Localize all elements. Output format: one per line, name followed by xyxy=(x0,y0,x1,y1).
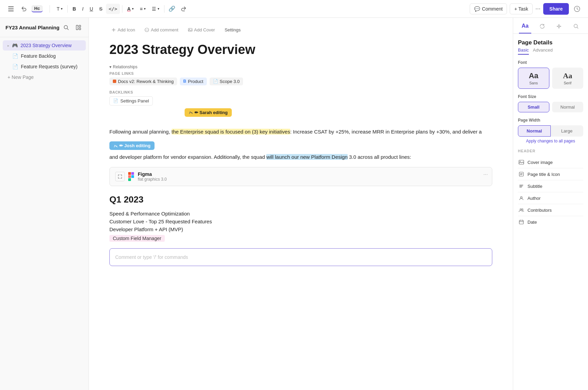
font-color-btn[interactable]: A ▾ xyxy=(124,4,136,14)
page-link-docs[interactable]: Docs v2: Rework & Thinking xyxy=(109,78,177,85)
panel-content: Page Details Basic Advanced Font Aa Sans… xyxy=(513,34,588,233)
header-option-date[interactable]: Date xyxy=(518,216,583,228)
text-style-btn[interactable]: T ▾ xyxy=(54,4,66,14)
svg-point-11 xyxy=(574,24,577,28)
backlog-icon: 📄 xyxy=(12,53,18,59)
comment-box[interactable]: Comment or type '/' for commands xyxy=(109,248,492,266)
svg-point-4 xyxy=(64,25,67,29)
figma-embed[interactable]: Figma flat graphics 3.0 ··· xyxy=(109,167,492,186)
sidebar-header: FY23 Annual Planning xyxy=(0,18,89,37)
task-btn[interactable]: + Task xyxy=(510,3,533,14)
add-icon-btn[interactable]: Add Icon xyxy=(109,26,137,34)
backlink-settings[interactable]: 📄 Settings Panel xyxy=(109,96,153,106)
panel-tab-text-icon[interactable]: Aa xyxy=(519,21,531,33)
history-btn[interactable] xyxy=(572,3,583,14)
sidebar-search-btn[interactable] xyxy=(61,23,71,32)
relationships-section: ▾ Relationships PAGE LINKS Docs v2: Rewo… xyxy=(109,65,492,106)
italic-btn[interactable]: I xyxy=(79,4,86,14)
header-option-author[interactable]: Author xyxy=(518,192,583,204)
page-link-scope[interactable]: 📄 Scope 3.0 xyxy=(210,78,243,85)
body-text-2: : Increase CSAT by +25%, increase MRR in… xyxy=(290,129,482,135)
menu-icon-btn[interactable] xyxy=(5,3,16,14)
figma-name: Figma xyxy=(138,171,486,177)
cover-image-icon xyxy=(518,159,525,166)
page-link-product-label: Product xyxy=(188,79,203,84)
figma-subtitle: flat graphics 3.0 xyxy=(138,177,486,182)
right-panel: Aa Page Details Basic Advanced Font xyxy=(513,18,588,390)
panel-tab-icons: Aa xyxy=(513,18,588,34)
add-cover-btn[interactable]: Add Cover xyxy=(186,26,217,34)
author-label: Author xyxy=(527,196,540,201)
size-option-small[interactable]: Small xyxy=(518,102,549,112)
expand-arrow-icon: ▸ xyxy=(8,44,9,47)
underline-btn[interactable]: U xyxy=(87,4,96,14)
q1-heading: Q1 2023 xyxy=(109,194,492,205)
header-option-cover[interactable]: Cover image xyxy=(518,156,583,168)
body-text-4: 3.0 across all product lines: xyxy=(349,154,411,160)
q1-list: Speed & Performance Optimization Custome… xyxy=(109,210,492,243)
add-comment-btn[interactable]: Add comment xyxy=(143,26,180,34)
backlinks-label: BACKLINKS xyxy=(109,90,492,94)
align-btn[interactable]: ≡ ▾ xyxy=(137,4,148,14)
more-menu-btn[interactable]: ··· xyxy=(535,5,540,12)
strike-btn[interactable]: S xyxy=(96,4,105,14)
undo2-btn[interactable] xyxy=(178,3,189,14)
list-btn[interactable]: ☰ ▾ xyxy=(149,4,162,14)
svg-point-13 xyxy=(520,161,520,162)
sidebar-item-label: 2023 Strategy Overview xyxy=(21,43,82,48)
header-option-subtitle[interactable]: Subtitle xyxy=(518,180,583,192)
header-option-page-title-icon[interactable]: Page title & Icon xyxy=(518,168,583,180)
sidebar-item-requests[interactable]: 📄 Feature Requests (survey) xyxy=(3,61,86,72)
panel-tab-sparkle-icon[interactable] xyxy=(553,21,565,33)
font-option-sans[interactable]: Aa Sans xyxy=(518,68,549,89)
toolbar-left: Hc xyxy=(5,3,43,14)
settings-label: Settings xyxy=(225,27,241,32)
breadcrumb-btn[interactable]: Hc xyxy=(31,5,43,12)
body-paragraph-1: Following annual planning, the Enterpris… xyxy=(109,127,492,136)
sidebar-item-backlog[interactable]: 📄 Feature Backlog xyxy=(3,51,86,61)
font-option-serif[interactable]: Aa Serif xyxy=(552,68,584,89)
figma-more-btn[interactable]: ··· xyxy=(483,171,488,178)
text-format-group: T ▾ B I U S </> A ▾ ≡ ▾ ☰ ▾ 🔗 xyxy=(54,3,189,14)
sidebar: FY23 Annual Planning ▸ 🎮 2023 Strategy O… xyxy=(0,18,89,390)
width-option-large[interactable]: Large xyxy=(551,125,583,137)
sarah-badge-label: ✏ Sarah editing xyxy=(195,110,228,115)
josh-badge: ✏ Josh editing xyxy=(109,141,155,150)
new-page-btn[interactable]: + New Page xyxy=(3,72,86,82)
sidebar-layout-btn[interactable] xyxy=(74,23,83,32)
divider-2 xyxy=(67,5,68,13)
svg-point-10 xyxy=(189,29,190,30)
size-options: Small Normal xyxy=(518,102,583,112)
bold-btn[interactable]: B xyxy=(70,4,79,14)
link-btn[interactable]: 🔗 xyxy=(166,3,177,14)
sidebar-header-icons xyxy=(61,23,83,32)
panel-tab-refresh-icon[interactable] xyxy=(536,21,548,33)
width-option-normal[interactable]: Normal xyxy=(518,125,551,137)
date-icon xyxy=(518,219,525,225)
size-option-normal[interactable]: Normal xyxy=(552,102,584,112)
svg-rect-12 xyxy=(519,160,524,164)
page-title: 2023 Strategy Overview xyxy=(109,42,492,58)
svg-rect-6 xyxy=(79,25,81,27)
page-link-docs-label: Docs v2: Rework & Thinking xyxy=(118,79,174,84)
header-option-contributors[interactable]: Contributors xyxy=(518,204,583,216)
highlight-platform: will launch our new Platform Design xyxy=(266,154,348,160)
undo-btn[interactable] xyxy=(18,3,29,14)
page-meta-bar: Add Icon Add comment Add Cover Settings xyxy=(109,26,492,35)
share-btn[interactable]: Share xyxy=(543,3,569,15)
docs-dot xyxy=(113,80,116,83)
svg-rect-7 xyxy=(79,28,81,30)
code-btn[interactable]: </> xyxy=(106,4,120,14)
panel-tab-search-icon[interactable] xyxy=(570,21,582,33)
page-title-icon-label: Page title & Icon xyxy=(527,172,560,177)
apply-changes-link[interactable]: Apply changes to all pages xyxy=(518,139,583,143)
svg-rect-0 xyxy=(8,6,14,7)
comment-btn[interactable]: 💬 Comment xyxy=(470,3,507,14)
tab-basic[interactable]: Basic xyxy=(518,47,529,55)
settings-btn[interactable]: Settings xyxy=(223,26,243,34)
tab-advanced[interactable]: Advanced xyxy=(533,47,553,55)
sidebar-item-strategy[interactable]: ▸ 🎮 2023 Strategy Overview xyxy=(3,40,86,51)
page-link-product[interactable]: B Product xyxy=(180,78,206,85)
custom-field-highlight: Custom Field Manager xyxy=(109,235,165,242)
relationships-toggle[interactable]: ▾ Relationships xyxy=(109,65,492,69)
